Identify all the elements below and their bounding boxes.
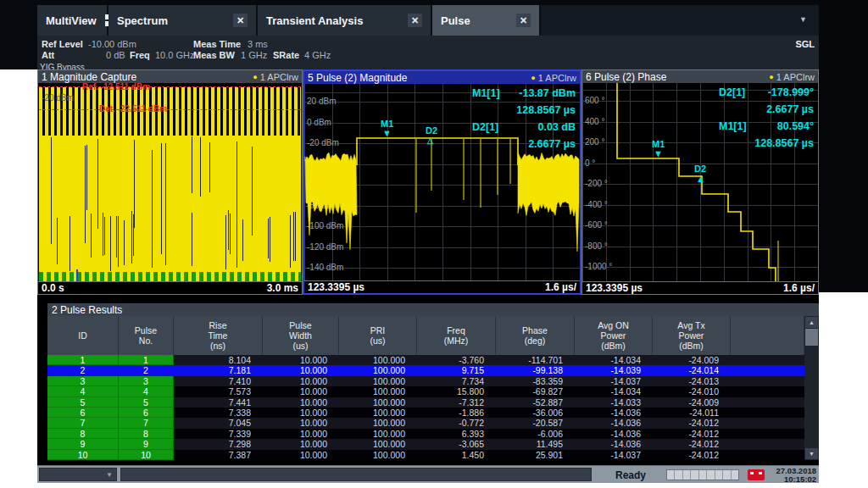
column-header[interactable]: RiseTime(ns) (174, 316, 263, 355)
tab-spectrum-label: Spectrum (117, 14, 168, 27)
marker-readout-row: 2.6677 µs (447, 138, 576, 155)
meas-bw-value: 1 GHz (241, 50, 267, 60)
meas-time-label: Meas Time (193, 39, 241, 49)
value-cell: -14.036 (575, 439, 653, 449)
table-row[interactable]: 337.41010.000100.0007.734-83.359-14.037-… (47, 376, 804, 386)
ref-level-line (39, 86, 301, 87)
column-header[interactable]: Avg ONPower(dBm) (575, 316, 653, 355)
scrollbar-thumb[interactable] (805, 329, 818, 346)
close-icon[interactable]: ✕ (516, 14, 531, 27)
capture-gap-line (268, 219, 269, 258)
capture-gap-line (116, 216, 117, 258)
table-row[interactable]: 777.04510.000100.000-0.772-20.587-14.036… (47, 418, 804, 428)
capture-gap-line (192, 213, 192, 266)
results-table-header: IDPulseNo.RiseTime(ns)PulseWidth(us)PRI(… (47, 316, 804, 355)
panel-pulse-phase: 6 Pulse (2) Phase ● 1 APClrw 600 °400 °2… (581, 69, 819, 295)
capture-gap-line (270, 217, 270, 262)
column-header[interactable]: Avg TxPower(dBm) (653, 316, 731, 355)
tab-spectrum[interactable]: Spectrum ✕ (108, 5, 258, 36)
results-table-title[interactable]: 2 Pulse Results (47, 303, 819, 316)
panel-magnitude-capture-title[interactable]: 1 Magnitude Capture ● 1 APClrw (38, 70, 302, 83)
close-icon[interactable]: ✕ (233, 14, 248, 27)
value-cell: -14.036 (575, 408, 653, 418)
value-cell: -24.012 (653, 429, 731, 439)
value-cell: -83.359 (496, 376, 575, 386)
value-cell: 11.495 (496, 439, 575, 449)
value-cell: 7.410 (174, 376, 263, 386)
capture-gap-line (228, 210, 229, 250)
pulse-magnitude-plot[interactable]: 20 dBm0 dBm-20 dBm-40 dBm-60 dBm-80 dBm-… (304, 84, 580, 280)
table-row[interactable]: 997.29810.000100.000-3.06511.495-14.036-… (47, 439, 804, 449)
panel-pulse-magnitude: 5 Pulse (2) Magnitude ● 1 APClrw 20 dBm0… (303, 69, 581, 295)
tab-transient-analysis[interactable]: Transient Analysis ✕ (258, 5, 432, 36)
value-cell: -24.012 (653, 418, 731, 428)
pulse-results-table: 2 Pulse Results IDPulseNo.RiseTime(ns)Pu… (47, 303, 819, 460)
table-row[interactable]: 557.44110.000100.000-7.312-52.887-14.033… (47, 397, 804, 408)
marker-readout-row: D2[1]-178.999° (693, 86, 814, 103)
magnitude-capture-plot[interactable]: -20 dBm Ref. -12.511 dBm Det. -22.511 dB… (38, 83, 302, 281)
id-cell: 9 (119, 439, 174, 449)
status-bar: ▼ Ready 27.03.2018 10:15:02 (37, 465, 819, 483)
pulse-phase-plot[interactable]: 600 °400 °200 °0 °-200 °-400 °-600 °-800… (582, 83, 818, 281)
scroll-up-icon[interactable]: ▲ (805, 317, 818, 328)
progress-bar (666, 469, 739, 480)
empty-cell (731, 365, 804, 375)
value-cell: -1.886 (417, 408, 496, 418)
capture-gap-line (91, 214, 92, 258)
id-cell: 2 (47, 365, 119, 375)
id-cell: 2 (119, 365, 174, 375)
tab-pulse[interactable]: Pulse ✕ (432, 5, 541, 36)
panel-pulse-magnitude-title[interactable]: 5 Pulse (2) Magnitude ● 1 APClrw (304, 71, 580, 84)
column-header[interactable]: Freq(MHz) (417, 316, 496, 355)
empty-cell (731, 408, 804, 418)
marker-d2-flag[interactable]: D2 (426, 126, 437, 135)
marker-m1-flag[interactable]: M1 (381, 119, 393, 128)
table-row[interactable]: 667.33810.000100.000-1.886-36.006-14.036… (47, 408, 804, 418)
table-row[interactable]: 227.18110.000100.0009.715-99.138-14.039-… (47, 365, 804, 375)
magnitude-x-axis: 123.3395 µs 1.6 µs/ (304, 280, 580, 293)
value-cell: 7.298 (174, 439, 263, 449)
column-header[interactable]: PulseNo. (119, 316, 174, 355)
panel-title-text: 6 Pulse (2) Phase (586, 71, 666, 83)
marker-readout-row: 128.8567 µs (693, 137, 814, 154)
value-cell: -24.013 (653, 376, 731, 386)
value-cell: 10.000 (263, 429, 339, 439)
value-cell: 100.000 (339, 408, 417, 418)
results-table-body: 118.10410.000100.000-3.760-114.701-14.03… (47, 355, 804, 460)
table-row[interactable]: 887.33910.000100.0006.393-6.006-14.036-2… (47, 429, 804, 439)
marker-m1-flag[interactable]: M1 (652, 140, 665, 148)
x-axis-scale: 1.6 µs/ (545, 281, 576, 293)
table-scrollbar[interactable]: ▲ ▼ (804, 316, 819, 460)
column-header[interactable] (731, 316, 804, 355)
trace-badge: ● 1 APClrw (253, 71, 298, 83)
trace-mode-text: 1 APClrw (776, 71, 815, 83)
trace-badge: ● 1 APClrw (769, 71, 815, 83)
status-dropdown[interactable]: ▼ (39, 468, 117, 481)
capture-gap-line (97, 139, 98, 229)
value-cell: 10.000 (263, 450, 339, 460)
capture-gap-line (225, 215, 226, 269)
column-header[interactable]: PRI(us) (339, 316, 417, 355)
tab-multiview[interactable]: MultiView (37, 5, 108, 36)
id-cell: 8 (47, 429, 119, 439)
close-icon[interactable]: ✕ (408, 14, 422, 27)
tab-pulse-label: Pulse (441, 14, 470, 27)
value-cell: 100.000 (339, 365, 417, 375)
value-cell: -14.036 (575, 418, 653, 428)
column-header[interactable]: Phase(deg) (496, 316, 575, 355)
trace-dot-icon: ● (531, 72, 535, 84)
tab-transient-label: Transient Analysis (266, 14, 363, 27)
empty-cell (731, 386, 804, 396)
value-cell: 100.000 (339, 376, 417, 386)
table-row[interactable]: 447.57310.000100.00015.800-69.827-14.034… (47, 386, 804, 396)
tab-overflow-caret-icon[interactable]: ▼ (799, 15, 807, 24)
table-row[interactable]: 10107.38710.000100.0001.45025.901-14.037… (47, 450, 804, 460)
table-row[interactable]: 118.10410.000100.000-3.760-114.701-14.03… (47, 355, 804, 365)
marker-d2-flag[interactable]: D2 (694, 164, 706, 173)
scroll-down-icon[interactable]: ▼ (805, 448, 818, 459)
column-header[interactable]: PulseWidth(us) (263, 316, 339, 355)
capture-gap-line (134, 140, 135, 228)
column-header[interactable]: ID (47, 316, 119, 355)
value-cell: 10.000 (263, 355, 339, 365)
panel-pulse-phase-title[interactable]: 6 Pulse (2) Phase ● 1 APClrw (582, 70, 818, 83)
